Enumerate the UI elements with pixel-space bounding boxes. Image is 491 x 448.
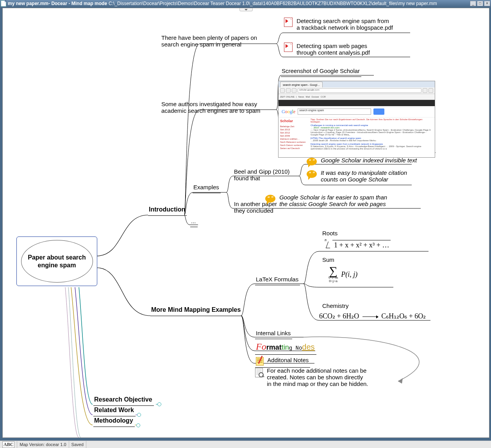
window-file-name: my new paper.mm: [8, 1, 48, 6]
status-bar: ABC Map Version: docear 1.0 Saved: [0, 441, 491, 448]
gs-search-row: Google search engine spam: [279, 106, 435, 117]
gs-address-bar: scholar.google.com: [279, 87, 435, 94]
title-bar: my new paper.mm - Docear - Mind map mode…: [0, 0, 491, 7]
pdf-icon: [284, 18, 293, 26]
collapse-dot[interactable]: [137, 413, 141, 417]
quote-icon: “ ”: [265, 195, 275, 203]
edge-layer: [3, 8, 489, 437]
node-intro-n2[interactable]: Some authors investigated how easy acade…: [161, 94, 279, 114]
node-roots-formula[interactable]: n1 + x + x² + x³ + …: [327, 240, 391, 249]
drop-handle[interactable]: [239, 8, 253, 11]
gs-back-icon: [280, 88, 285, 93]
gs-star-icon: [423, 88, 427, 93]
node-related-work[interactable]: Related Work: [93, 406, 136, 416]
gs-search-box: search engine spam: [298, 108, 371, 115]
node-introduction[interactable]: Introduction: [148, 205, 187, 216]
gs-black-bar: [279, 100, 435, 106]
maximize-button[interactable]: □: [477, 1, 483, 6]
mindmap-canvas[interactable]: Paper about search engine spam Introduct…: [2, 8, 489, 438]
gs-results: Tipp: Suchen Sie nur nach Ergebnissen au…: [309, 117, 435, 158]
collapse-dot[interactable]: [136, 423, 140, 427]
node-pdf-1[interactable]: Detecting search engine spam from a trac…: [284, 18, 413, 31]
google-scholar-screenshot[interactable]: search engine spam - Googl… scholar.goog…: [278, 81, 435, 158]
node-internal-links[interactable]: Internal Links: [255, 329, 292, 339]
node-intro-n1[interactable]: There have been plenty of papers on sear…: [161, 28, 279, 48]
node-quote-2[interactable]: “ ” It was easy to manipulate citation c…: [307, 169, 424, 183]
gs-sidebar: Scholar Beliebige Zeit Seit 2013 Seit 20…: [279, 117, 309, 158]
pdf-icon: [284, 43, 293, 51]
node-formatting-nodes[interactable]: Formatting Nodes: [255, 341, 316, 355]
arrow-icon: [362, 316, 378, 317]
gs-bookmarks-bar: ZEIT ONLINE| News Mail Docear CCR: [279, 94, 435, 100]
node-roots-label[interactable]: Roots: [322, 230, 337, 236]
node-additional-notes-body[interactable]: For each node additional notes can be cr…: [255, 367, 396, 387]
node-screenshot-label[interactable]: Screenshot of Google Scholar: [281, 67, 361, 77]
collapse-dot[interactable]: [157, 402, 161, 406]
notes-icon: [256, 356, 264, 365]
close-button[interactable]: ×: [484, 1, 490, 6]
quote-icon: “ ”: [307, 170, 317, 178]
status-version: Map Version: docear 1.0: [17, 441, 69, 448]
root-title: Paper about search engine spam: [24, 254, 90, 269]
node-examples[interactable]: Examples: [193, 183, 221, 193]
status-abc[interactable]: ABC: [0, 441, 17, 448]
window-buttons: _ □ ×: [469, 1, 490, 6]
gs-logo: Google: [282, 109, 295, 115]
svg-marker-0: [398, 378, 403, 384]
gs-menu-icon: [429, 88, 433, 93]
node-sum-formula[interactable]: ∑ 0<i<m 0<j<n P(i, j): [329, 266, 357, 283]
window-path: C:\_Dissertation\Docear\Projects\Demos\D…: [109, 1, 437, 6]
node-chem-label[interactable]: Chemistry: [322, 302, 349, 309]
gs-fwd-icon: [286, 88, 291, 93]
node-sum-label[interactable]: Sum: [322, 256, 334, 263]
node-more-examples[interactable]: More Mind Mapping Examples: [150, 306, 242, 316]
gs-tab: search engine spam - Googl…: [280, 82, 323, 87]
node-beel-gipp[interactable]: Beel and Gipp (2010) found that: [234, 162, 300, 181]
quote-icon: “ ”: [307, 158, 317, 165]
node-chem-formula[interactable]: 6CO₂ + 6H₂O C₆H₁₂O₆ + 6O₂: [319, 312, 426, 320]
window-app-label: - Docear - Mind map mode: [48, 1, 107, 6]
gs-url: scholar.google.com: [298, 88, 421, 93]
node-quote-3[interactable]: “ ” Google Scholar is far easier to spam…: [265, 194, 429, 207]
file-icon: [1, 0, 6, 7]
minimize-button[interactable]: _: [470, 1, 476, 6]
gs-reload-icon: [292, 88, 296, 93]
node-latex-formulas[interactable]: LaTeX Formulas: [255, 275, 300, 285]
node-pdf-2[interactable]: Detecting spam web pages through content…: [284, 43, 413, 56]
node-methodology[interactable]: Methodology: [93, 416, 135, 427]
node-quote-1[interactable]: “ ” Google Scholar indexed invisible tex…: [307, 157, 424, 165]
node-ellipsis[interactable]: ...: [190, 217, 198, 227]
document-icon: [255, 368, 263, 377]
gs-search-button: [373, 108, 384, 115]
root-node[interactable]: Paper about search engine spam: [16, 236, 97, 286]
status-saved: Saved: [69, 441, 86, 448]
node-additional-notes[interactable]: Additonal Notes: [255, 356, 310, 368]
node-research-objective[interactable]: Research Objective: [93, 395, 154, 406]
gs-tab-bar: search engine spam - Googl…: [279, 81, 435, 87]
